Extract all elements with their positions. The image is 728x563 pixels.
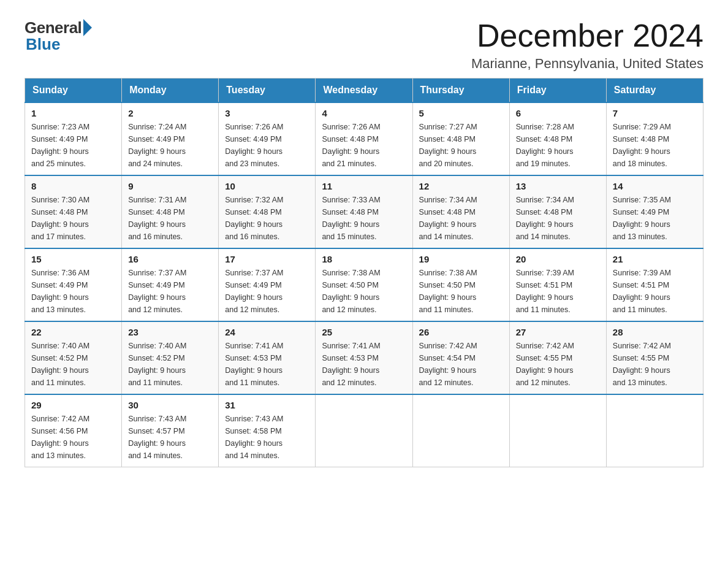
header-sunday: Sunday xyxy=(25,79,122,103)
logo-arrow-icon xyxy=(83,19,92,36)
day-number: 28 xyxy=(613,327,697,337)
page-header: General Blue December 2024 Marianne, Pen… xyxy=(25,18,703,72)
week-row-4: 22Sunrise: 7:40 AMSunset: 4:52 PMDayligh… xyxy=(25,321,703,394)
day-info: Sunrise: 7:34 AMSunset: 4:48 PMDaylight:… xyxy=(419,194,503,243)
day-number: 24 xyxy=(225,327,309,337)
header-thursday: Thursday xyxy=(412,79,509,103)
week-row-3: 15Sunrise: 7:36 AMSunset: 4:49 PMDayligh… xyxy=(25,248,703,321)
title-section: December 2024 Marianne, Pennsylvania, Un… xyxy=(471,18,703,72)
day-number: 2 xyxy=(128,108,212,118)
day-number: 10 xyxy=(225,181,309,191)
calendar-cell: 27Sunrise: 7:42 AMSunset: 4:55 PMDayligh… xyxy=(509,321,606,394)
calendar-cell: 21Sunrise: 7:39 AMSunset: 4:51 PMDayligh… xyxy=(606,248,703,321)
day-info: Sunrise: 7:42 AMSunset: 4:54 PMDaylight:… xyxy=(419,340,503,389)
day-number: 5 xyxy=(419,108,503,118)
week-row-1: 1Sunrise: 7:23 AMSunset: 4:49 PMDaylight… xyxy=(25,102,703,175)
day-info: Sunrise: 7:24 AMSunset: 4:49 PMDaylight:… xyxy=(128,121,212,170)
day-number: 3 xyxy=(225,108,309,118)
day-number: 22 xyxy=(31,327,115,337)
calendar-cell: 5Sunrise: 7:27 AMSunset: 4:48 PMDaylight… xyxy=(412,102,509,175)
day-info: Sunrise: 7:38 AMSunset: 4:50 PMDaylight:… xyxy=(322,267,406,316)
day-number: 18 xyxy=(322,254,406,264)
day-info: Sunrise: 7:42 AMSunset: 4:56 PMDaylight:… xyxy=(31,413,115,462)
day-number: 25 xyxy=(322,327,406,337)
calendar-cell: 24Sunrise: 7:41 AMSunset: 4:53 PMDayligh… xyxy=(219,321,316,394)
day-info: Sunrise: 7:42 AMSunset: 4:55 PMDaylight:… xyxy=(613,340,697,389)
day-info: Sunrise: 7:26 AMSunset: 4:49 PMDaylight:… xyxy=(225,121,309,170)
day-info: Sunrise: 7:34 AMSunset: 4:48 PMDaylight:… xyxy=(516,194,600,243)
logo: General Blue xyxy=(25,18,92,54)
day-info: Sunrise: 7:31 AMSunset: 4:48 PMDaylight:… xyxy=(128,194,212,243)
calendar-cell: 1Sunrise: 7:23 AMSunset: 4:49 PMDaylight… xyxy=(25,102,122,175)
day-number: 12 xyxy=(419,181,503,191)
day-info: Sunrise: 7:39 AMSunset: 4:51 PMDaylight:… xyxy=(516,267,600,316)
calendar-cell: 8Sunrise: 7:30 AMSunset: 4:48 PMDaylight… xyxy=(25,175,122,248)
calendar-cell: 3Sunrise: 7:26 AMSunset: 4:49 PMDaylight… xyxy=(219,102,316,175)
day-number: 13 xyxy=(516,181,600,191)
calendar-cell: 2Sunrise: 7:24 AMSunset: 4:49 PMDaylight… xyxy=(122,102,219,175)
calendar-cell: 30Sunrise: 7:43 AMSunset: 4:57 PMDayligh… xyxy=(122,394,219,467)
day-info: Sunrise: 7:37 AMSunset: 4:49 PMDaylight:… xyxy=(225,267,309,316)
day-number: 1 xyxy=(31,108,115,118)
day-info: Sunrise: 7:41 AMSunset: 4:53 PMDaylight:… xyxy=(322,340,406,389)
day-info: Sunrise: 7:38 AMSunset: 4:50 PMDaylight:… xyxy=(419,267,503,316)
calendar-cell: 15Sunrise: 7:36 AMSunset: 4:49 PMDayligh… xyxy=(25,248,122,321)
calendar-table: Sunday Monday Tuesday Wednesday Thursday… xyxy=(25,78,703,467)
day-number: 16 xyxy=(128,254,212,264)
day-number: 11 xyxy=(322,181,406,191)
header-wednesday: Wednesday xyxy=(316,79,412,103)
day-info: Sunrise: 7:40 AMSunset: 4:52 PMDaylight:… xyxy=(31,340,115,389)
calendar-cell xyxy=(509,394,606,467)
day-info: Sunrise: 7:36 AMSunset: 4:49 PMDaylight:… xyxy=(31,267,115,316)
day-info: Sunrise: 7:33 AMSunset: 4:48 PMDaylight:… xyxy=(322,194,406,243)
calendar-cell: 10Sunrise: 7:32 AMSunset: 4:48 PMDayligh… xyxy=(219,175,316,248)
calendar-cell: 22Sunrise: 7:40 AMSunset: 4:52 PMDayligh… xyxy=(25,321,122,394)
day-number: 20 xyxy=(516,254,600,264)
calendar-cell: 11Sunrise: 7:33 AMSunset: 4:48 PMDayligh… xyxy=(316,175,412,248)
day-number: 21 xyxy=(613,254,697,264)
day-info: Sunrise: 7:23 AMSunset: 4:49 PMDaylight:… xyxy=(31,121,115,170)
day-info: Sunrise: 7:43 AMSunset: 4:57 PMDaylight:… xyxy=(128,413,212,462)
day-info: Sunrise: 7:29 AMSunset: 4:48 PMDaylight:… xyxy=(613,121,697,170)
day-number: 17 xyxy=(225,254,309,264)
day-number: 4 xyxy=(322,108,406,118)
weekday-header-row: Sunday Monday Tuesday Wednesday Thursday… xyxy=(25,79,703,103)
day-info: Sunrise: 7:32 AMSunset: 4:48 PMDaylight:… xyxy=(225,194,309,243)
week-row-5: 29Sunrise: 7:42 AMSunset: 4:56 PMDayligh… xyxy=(25,394,703,467)
header-tuesday: Tuesday xyxy=(219,79,316,103)
day-number: 19 xyxy=(419,254,503,264)
month-title: December 2024 xyxy=(471,18,703,53)
day-number: 7 xyxy=(613,108,697,118)
calendar-cell: 19Sunrise: 7:38 AMSunset: 4:50 PMDayligh… xyxy=(412,248,509,321)
day-number: 26 xyxy=(419,327,503,337)
day-number: 29 xyxy=(31,400,115,410)
day-number: 31 xyxy=(225,400,309,410)
calendar-cell: 17Sunrise: 7:37 AMSunset: 4:49 PMDayligh… xyxy=(219,248,316,321)
day-number: 23 xyxy=(128,327,212,337)
calendar-cell xyxy=(316,394,412,467)
calendar-cell: 25Sunrise: 7:41 AMSunset: 4:53 PMDayligh… xyxy=(316,321,412,394)
calendar-cell: 23Sunrise: 7:40 AMSunset: 4:52 PMDayligh… xyxy=(122,321,219,394)
day-info: Sunrise: 7:40 AMSunset: 4:52 PMDaylight:… xyxy=(128,340,212,389)
day-info: Sunrise: 7:39 AMSunset: 4:51 PMDaylight:… xyxy=(613,267,697,316)
day-number: 8 xyxy=(31,181,115,191)
calendar-cell: 26Sunrise: 7:42 AMSunset: 4:54 PMDayligh… xyxy=(412,321,509,394)
day-info: Sunrise: 7:43 AMSunset: 4:58 PMDaylight:… xyxy=(225,413,309,462)
day-number: 6 xyxy=(516,108,600,118)
day-info: Sunrise: 7:41 AMSunset: 4:53 PMDaylight:… xyxy=(225,340,309,389)
header-monday: Monday xyxy=(122,79,219,103)
day-info: Sunrise: 7:27 AMSunset: 4:48 PMDaylight:… xyxy=(419,121,503,170)
header-friday: Friday xyxy=(509,79,606,103)
calendar-cell: 18Sunrise: 7:38 AMSunset: 4:50 PMDayligh… xyxy=(316,248,412,321)
calendar-cell: 14Sunrise: 7:35 AMSunset: 4:49 PMDayligh… xyxy=(606,175,703,248)
calendar-cell: 31Sunrise: 7:43 AMSunset: 4:58 PMDayligh… xyxy=(219,394,316,467)
calendar-cell xyxy=(412,394,509,467)
day-number: 15 xyxy=(31,254,115,264)
day-info: Sunrise: 7:28 AMSunset: 4:48 PMDaylight:… xyxy=(516,121,600,170)
calendar-cell: 29Sunrise: 7:42 AMSunset: 4:56 PMDayligh… xyxy=(25,394,122,467)
calendar-cell: 20Sunrise: 7:39 AMSunset: 4:51 PMDayligh… xyxy=(509,248,606,321)
calendar-cell: 9Sunrise: 7:31 AMSunset: 4:48 PMDaylight… xyxy=(122,175,219,248)
calendar-cell: 12Sunrise: 7:34 AMSunset: 4:48 PMDayligh… xyxy=(412,175,509,248)
day-info: Sunrise: 7:26 AMSunset: 4:48 PMDaylight:… xyxy=(322,121,406,170)
day-info: Sunrise: 7:37 AMSunset: 4:49 PMDaylight:… xyxy=(128,267,212,316)
